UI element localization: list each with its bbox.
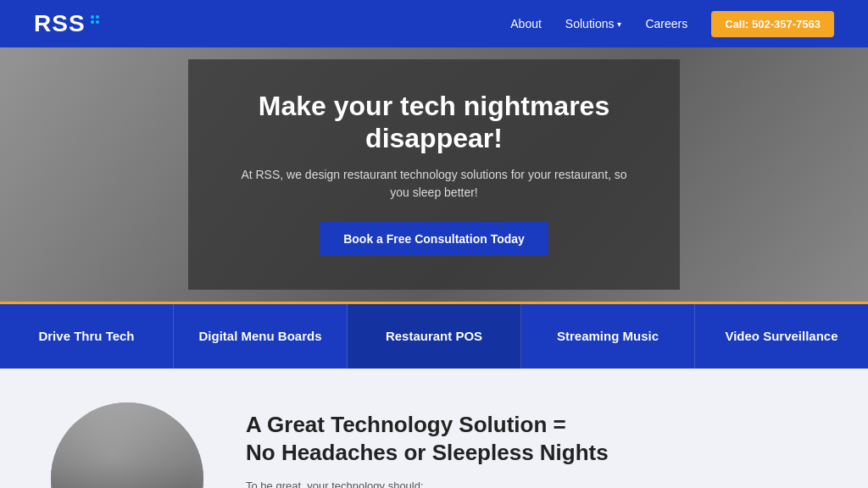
logo-text: RSS xyxy=(34,10,86,37)
hero-content-box: Make your tech nightmares disappear! At … xyxy=(188,59,680,291)
service-cards-row: Drive Thru Tech Digital Menu Boards Rest… xyxy=(0,302,868,369)
card-streaming-music[interactable]: Streaming Music xyxy=(521,304,695,369)
hero-section: Make your tech nightmares disappear! At … xyxy=(0,47,868,302)
bottom-text-area: A Great Technology Solution =No Headache… xyxy=(246,402,817,489)
card-restaurant-pos[interactable]: Restaurant POS xyxy=(348,304,521,369)
card-drive-thru[interactable]: Drive Thru Tech xyxy=(0,304,174,369)
nav-links: About Solutions ▾ Careers Call: 502-357-… xyxy=(510,11,834,37)
nav-solutions-label: Solutions xyxy=(565,17,615,30)
logo: RSS xyxy=(34,10,99,37)
navbar: RSS About Solutions ▾ Careers Call: 502-… xyxy=(0,0,868,47)
nav-careers[interactable]: Careers xyxy=(645,17,687,30)
bottom-image xyxy=(51,402,203,489)
hero-title: Make your tech nightmares disappear! xyxy=(239,90,629,155)
hero-subtitle: At RSS, we design restaurant technology … xyxy=(239,166,629,202)
hero-overlay: Make your tech nightmares disappear! At … xyxy=(0,47,868,302)
card-digital-menu[interactable]: Digital Menu Boards xyxy=(174,304,348,369)
nav-solutions[interactable]: Solutions ▾ xyxy=(565,17,622,30)
call-button[interactable]: Call: 502-357-7563 xyxy=(711,11,834,37)
bottom-section: A Great Technology Solution =No Headache… xyxy=(0,369,868,489)
logo-decoration xyxy=(91,15,99,24)
nav-about[interactable]: About xyxy=(510,17,542,30)
bottom-image-overlay xyxy=(51,402,203,489)
hero-cta-button[interactable]: Book a Free Consultation Today xyxy=(320,222,548,256)
chevron-down-icon: ▾ xyxy=(617,19,621,29)
bottom-heading: A Great Technology Solution =No Headache… xyxy=(246,411,817,469)
bottom-subheading: To be great, your technology should: xyxy=(246,480,817,488)
card-video-surveillance[interactable]: Video Surveillance xyxy=(695,304,868,369)
